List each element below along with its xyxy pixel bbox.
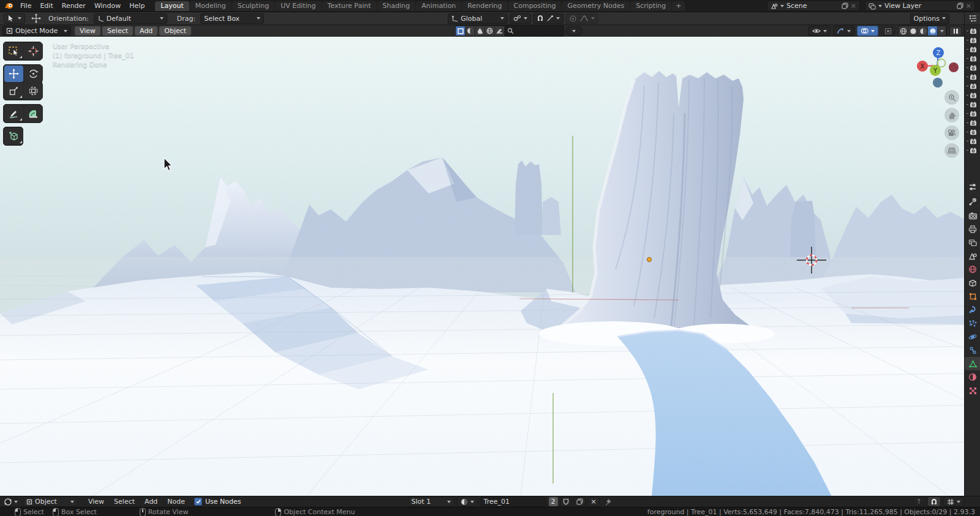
outliner-camera-row[interactable] [965, 54, 980, 63]
select-box-tool[interactable] [4, 43, 23, 59]
tab-object-data[interactable] [965, 357, 980, 370]
tab-animation[interactable]: Animation [416, 1, 461, 11]
move-tool[interactable] [4, 65, 23, 82]
menu-file[interactable]: File [16, 2, 36, 10]
copy-material-button[interactable] [574, 496, 586, 507]
gizmos-dropdown[interactable] [833, 26, 854, 36]
cursor-tool[interactable] [24, 43, 43, 59]
scene-selector[interactable]: Scene × [767, 1, 860, 11]
tab-layout[interactable]: Layout [155, 1, 189, 11]
new-scene-icon[interactable] [842, 2, 848, 9]
mode-dropdown[interactable]: Object Mode [2, 26, 71, 36]
zoom-view-button[interactable] [944, 90, 959, 105]
tab-modifiers[interactable] [965, 303, 980, 316]
outliner-camera-row[interactable] [965, 72, 980, 81]
editor-type-button[interactable] [4, 498, 18, 506]
annotate-tool[interactable] [4, 105, 23, 122]
outliner-camera-row[interactable] [965, 136, 980, 146]
outliner-camera-row[interactable] [965, 26, 980, 36]
blender-logo-icon[interactable] [4, 2, 13, 10]
tab-compositing[interactable]: Compositing [508, 1, 562, 11]
axis-gizmo[interactable]: Z X Y [913, 40, 962, 88]
outliner-camera-row[interactable] [965, 146, 980, 155]
menu-render[interactable]: Render [58, 2, 90, 10]
drag-dropdown[interactable]: Select Box [200, 13, 264, 24]
outliner-camera-row[interactable] [965, 100, 980, 109]
node-menu-node[interactable]: Node [163, 498, 189, 506]
tab-object[interactable] [965, 290, 980, 303]
overlays-toggle[interactable] [857, 26, 878, 36]
measure-tool[interactable] [24, 105, 43, 122]
view-layer-selector[interactable]: View Layer × [865, 1, 975, 11]
search-input[interactable] [505, 26, 564, 36]
tab-uv-editing[interactable]: UV Editing [275, 1, 321, 11]
tab-texture-paint[interactable]: Texture Paint [322, 1, 377, 11]
shader-type-dropdown[interactable]: Object [23, 496, 78, 507]
object-filter-icon[interactable] [456, 26, 466, 36]
tab-particles[interactable] [965, 316, 980, 330]
proportional-editing-group[interactable] [565, 13, 598, 24]
outliner-camera-row[interactable] [965, 36, 980, 45]
tab-material[interactable] [965, 370, 980, 384]
tab-scripting[interactable]: Scripting [630, 1, 671, 11]
slot-dropdown[interactable]: Slot 1 [408, 496, 454, 507]
menu-help[interactable]: Help [125, 2, 149, 10]
node-menu-select[interactable]: Select [110, 498, 139, 506]
wireframe-shading-icon[interactable] [899, 26, 908, 36]
outliner-camera-row[interactable] [965, 63, 980, 72]
unlink-material-button[interactable]: × [588, 496, 600, 507]
tab-sculpting[interactable]: Sculpting [232, 1, 274, 11]
scale-tool[interactable] [4, 83, 23, 99]
outliner-camera-row[interactable] [965, 91, 980, 100]
xray-toggle[interactable] [881, 26, 895, 36]
parent-tree-button[interactable]: ↑ [913, 496, 925, 507]
tab-constraints[interactable] [965, 343, 980, 357]
remove-view-layer-icon[interactable]: × [966, 2, 971, 10]
node-menu-view[interactable]: View [84, 498, 108, 506]
menu-edit[interactable]: Edit [36, 2, 57, 10]
tab-view-layer[interactable] [965, 236, 980, 249]
unlink-scene-icon[interactable]: × [851, 2, 856, 10]
menu-window[interactable]: Window [90, 2, 125, 10]
tab-collection[interactable] [965, 276, 980, 290]
tab-modeling[interactable]: Modeling [190, 1, 232, 11]
options-dropdown[interactable]: Options [910, 13, 949, 24]
transform-tool[interactable] [24, 83, 43, 99]
outliner-camera-row[interactable] [965, 81, 980, 91]
menu-object[interactable]: Object [159, 26, 191, 36]
node-snap-toggle[interactable] [927, 496, 941, 507]
new-view-layer-icon[interactable] [957, 2, 963, 9]
outliner-camera-row[interactable] [965, 118, 980, 127]
material-preview-shading-icon[interactable] [918, 26, 928, 36]
outliner-camera-row[interactable] [965, 109, 980, 118]
rotate-tool[interactable] [24, 65, 43, 82]
viewport-3d[interactable]: User Perspective (1) foreground | Tree_0… [0, 37, 964, 496]
pivot-point-dropdown[interactable] [510, 13, 531, 24]
menu-select[interactable]: Select [102, 26, 133, 36]
transform-orientation-dropdown[interactable]: Global [448, 13, 508, 24]
orientation-dropdown[interactable]: Default [94, 13, 167, 24]
material-name-field[interactable]: Tree_01 [480, 496, 546, 507]
use-nodes-checkbox[interactable]: Use Nodes [194, 498, 241, 506]
tab-physics[interactable] [965, 330, 980, 343]
solid-shading-icon[interactable] [908, 26, 918, 36]
add-workspace-button[interactable]: + [672, 1, 685, 11]
move-gizmo-icon[interactable] [31, 13, 41, 23]
outliner-editor-button[interactable] [965, 12, 980, 25]
tab-shading[interactable]: Shading [377, 1, 416, 11]
tab-texture[interactable] [965, 384, 980, 397]
outliner-camera-row[interactable] [965, 127, 980, 136]
show-object-types-dropdown[interactable] [809, 26, 831, 36]
menu-add[interactable]: Add [135, 26, 157, 36]
brush-filter-icon[interactable] [495, 26, 505, 36]
fluid-filter-icon[interactable] [475, 26, 485, 36]
users-count-button[interactable]: 2 [549, 497, 558, 506]
tab-rendering[interactable]: Rendering [462, 1, 507, 11]
pause-render-button[interactable] [949, 26, 962, 36]
tab-world[interactable] [965, 263, 980, 276]
pin-icon[interactable] [606, 498, 612, 506]
active-tool-button[interactable] [4, 13, 25, 24]
search-options-chevron[interactable] [565, 26, 582, 36]
node-snap-target-dropdown[interactable] [943, 496, 964, 507]
perspective-toggle-button[interactable] [944, 143, 959, 158]
